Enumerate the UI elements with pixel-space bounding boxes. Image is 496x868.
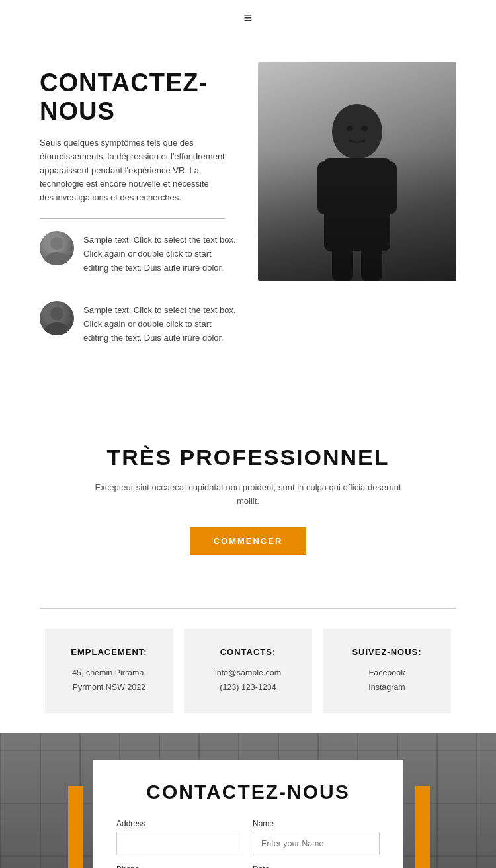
form-row-phone-date: Phone Date <box>116 865 380 868</box>
svg-point-4 <box>332 104 382 159</box>
address-input[interactable] <box>116 832 243 855</box>
team-item-2: Sample text. Click to select the text bo… <box>40 301 238 358</box>
contacts-title: CONTACTS: <box>204 647 292 657</box>
avatar-2 <box>40 301 74 335</box>
hero-right-image <box>258 62 456 281</box>
contact-form-card: CONTACTEZ-NOUS Address Name Phone Date M… <box>93 760 403 868</box>
contact-hero-section: CONTACTEZ-NOUS Seuls quelques symptômes … <box>0 36 496 405</box>
emplacement-address: 45, chemin Pirrama,Pyrmont NSW 2022 <box>65 666 153 695</box>
emplacement-title: EMPLACEMENT: <box>65 647 153 657</box>
hamburger-icon[interactable]: ≡ <box>244 9 253 26</box>
contacts-info: info@sample.com(123) 123-1234 <box>204 666 292 695</box>
svg-point-2 <box>50 307 63 320</box>
team-text-1: Sample text. Click to select the text bo… <box>83 231 238 275</box>
svg-rect-9 <box>361 247 382 281</box>
svg-point-10 <box>347 126 353 131</box>
name-label: Name <box>253 819 380 828</box>
date-group: Date <box>253 865 380 868</box>
form-section-wrapper: CONTACTEZ-NOUS Address Name Phone Date M… <box>0 733 496 868</box>
suivez-links: FacebookInstagram <box>343 666 431 695</box>
top-navigation: ≡ <box>0 0 496 36</box>
pro-section: TRÈS PROFESSIONNEL Excepteur sint occaec… <box>0 405 496 582</box>
hero-description: Seuls quelques symptômes tels que des ét… <box>40 136 225 205</box>
svg-rect-8 <box>332 247 353 281</box>
team-text-2: Sample text. Click to select the text bo… <box>83 301 238 345</box>
hero-left-content: CONTACTEZ-NOUS Seuls quelques symptômes … <box>40 62 238 372</box>
orange-accent-left <box>68 786 83 868</box>
pro-description: Excepteur sint occaecat cupidatat non pr… <box>83 481 413 509</box>
form-title: CONTACTEZ-NOUS <box>116 781 380 803</box>
team-item-1: Sample text. Click to select the text bo… <box>40 231 238 288</box>
orange-accent-right <box>415 786 430 868</box>
hero-photo <box>258 62 456 281</box>
commencer-button[interactable]: COMMENCER <box>190 527 307 555</box>
pro-title: TRÈS PROFESSIONNEL <box>53 445 443 470</box>
info-card-emplacement: EMPLACEMENT: 45, chemin Pirrama,Pyrmont … <box>45 629 173 713</box>
info-cards-section: EMPLACEMENT: 45, chemin Pirrama,Pyrmont … <box>0 609 496 733</box>
date-label: Date <box>253 865 380 868</box>
suivez-title: SUIVEZ-NOUS: <box>343 647 431 657</box>
svg-point-11 <box>361 126 368 131</box>
svg-point-0 <box>50 237 63 250</box>
phone-group: Phone <box>116 865 243 868</box>
name-input[interactable] <box>253 832 380 855</box>
address-group: Address <box>116 819 243 855</box>
hero-divider <box>40 218 225 219</box>
hero-title: CONTACTEZ-NOUS <box>40 69 238 126</box>
svg-point-1 <box>45 252 69 265</box>
svg-point-3 <box>45 322 69 335</box>
info-card-suivez: SUIVEZ-NOUS: FacebookInstagram <box>323 629 451 713</box>
svg-rect-5 <box>324 158 390 251</box>
svg-rect-7 <box>378 161 397 214</box>
form-row-address-name: Address Name <box>116 819 380 855</box>
name-group: Name <box>253 819 380 855</box>
info-card-contacts: CONTACTS: info@sample.com(123) 123-1234 <box>184 629 312 713</box>
address-label: Address <box>116 819 243 828</box>
phone-label: Phone <box>116 865 243 868</box>
svg-rect-6 <box>317 161 336 214</box>
avatar-1 <box>40 231 74 265</box>
